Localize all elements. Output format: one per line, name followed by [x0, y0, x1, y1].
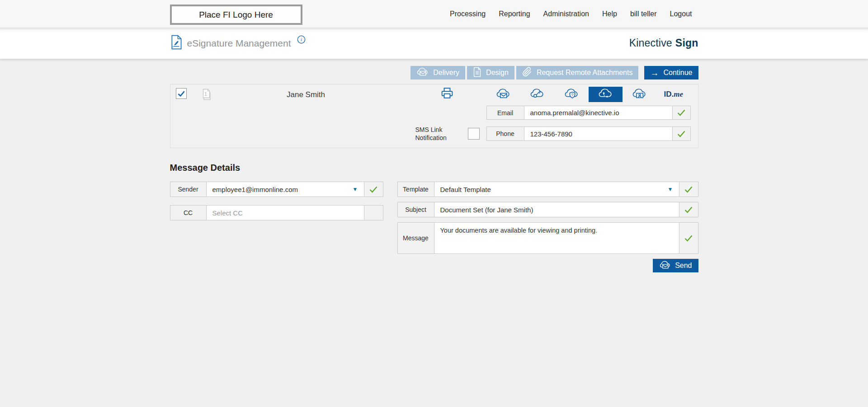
phone-field-row: Phone 123-456-7890	[486, 126, 691, 141]
email-valid-cell	[672, 106, 690, 119]
message-textarea[interactable]: Your documents are available for viewing…	[434, 223, 679, 253]
top-navigation: Processing Reporting Administration Help…	[450, 0, 692, 28]
phone-input[interactable]: 123-456-7890	[524, 127, 672, 140]
cc-status-cell	[364, 206, 383, 220]
main-content: Delivery Design Request	[170, 59, 698, 407]
design-button[interactable]: Design	[467, 66, 514, 80]
recipient-checkbox[interactable]	[176, 88, 187, 99]
template-valid-cell	[679, 182, 698, 196]
fi-logo-placeholder: Place FI Logo Here	[170, 5, 302, 25]
send-button-label: Send	[675, 262, 692, 270]
subject-input[interactable]: Document Set (for Jane Smith)	[434, 202, 679, 217]
email-field-row: Email anoma.premalal@kinective.io	[486, 106, 691, 120]
brand-logo: KinectiveSign	[629, 37, 698, 49]
printer-icon[interactable]	[441, 87, 453, 101]
valid-check-icon	[684, 206, 693, 213]
email-input[interactable]: anoma.premalal@kinective.io	[524, 106, 672, 119]
subject-label: Subject	[398, 202, 434, 217]
step-toolbar: Delivery Design Request	[410, 66, 698, 80]
continue-button[interactable]: → Continue	[644, 66, 698, 80]
message-label: Message	[398, 223, 434, 253]
message-details-heading: Message Details	[170, 163, 241, 173]
valid-check-icon	[684, 235, 693, 242]
cc-input[interactable]	[212, 209, 358, 217]
checkbox-check-icon	[177, 90, 185, 97]
top-bar: Place FI Logo Here Processing Reporting …	[0, 0, 868, 28]
nav-administration[interactable]: Administration	[543, 10, 589, 18]
valid-check-icon	[684, 186, 693, 193]
email-label: Email	[487, 106, 524, 119]
cloud-key-icon	[530, 88, 544, 102]
request-remote-attachments-button[interactable]: Request Remote Attachments	[516, 66, 639, 80]
send-button[interactable]: Send	[653, 259, 698, 272]
template-field-row: Template Default Template ▼	[397, 182, 698, 197]
paperclip-icon	[522, 67, 532, 79]
method-idme-tile[interactable]: ID.me	[656, 87, 690, 102]
arrow-right-icon: →	[650, 69, 659, 77]
sms-link-notification-label: SMS Link Notification	[415, 126, 457, 142]
esignature-page: Place FI Logo Here Processing Reporting …	[0, 0, 868, 407]
sender-dropdown[interactable]: employee1@immonline.com ▼	[207, 182, 364, 196]
document-design-icon	[473, 67, 481, 79]
sender-field-row: Sender employee1@immonline.com ▼	[170, 182, 383, 197]
method-id-verification-tile[interactable]	[623, 87, 656, 102]
nav-user-bill-teller[interactable]: bill teller	[630, 10, 657, 18]
page-title: eSignature Management	[187, 38, 291, 49]
request-remote-attachments-label: Request Remote Attachments	[537, 69, 633, 77]
cloud-email-icon	[496, 88, 510, 102]
delivery-button-label: Delivery	[433, 69, 459, 77]
valid-check-icon	[677, 131, 685, 137]
continue-button-label: Continue	[663, 69, 692, 77]
method-phone-tile[interactable]	[589, 87, 623, 102]
nav-help[interactable]: Help	[602, 10, 617, 18]
nav-reporting[interactable]: Reporting	[499, 10, 530, 18]
method-access-key-tile[interactable]	[520, 87, 554, 102]
chevron-down-icon: ▼	[348, 186, 358, 192]
info-icon[interactable]: i	[297, 35, 306, 46]
sender-value: employee1@immonline.com	[212, 186, 298, 193]
nav-logout[interactable]: Logout	[670, 10, 692, 18]
template-label: Template	[398, 182, 434, 196]
sms-link-notification-checkbox[interactable]	[468, 128, 480, 140]
delivery-button[interactable]: Delivery	[410, 66, 465, 80]
delivery-method-tiles: ?	[486, 87, 691, 102]
phone-label: Phone	[487, 127, 524, 140]
cloud-phone-icon	[598, 88, 613, 102]
cc-field	[207, 206, 364, 220]
cloud-envelope-icon	[416, 67, 429, 79]
cloud-id-card-icon	[632, 88, 646, 102]
idme-logo: ID.me	[664, 90, 684, 99]
valid-check-icon	[677, 109, 685, 116]
template-dropdown[interactable]: Default Template ▼	[434, 182, 679, 196]
method-security-question-tile[interactable]: ?	[554, 87, 588, 102]
method-email-tile[interactable]	[486, 87, 520, 102]
esignature-document-icon: x	[170, 35, 182, 51]
sms-link-notification: SMS Link Notification	[415, 126, 480, 141]
svg-text:x: x	[172, 45, 173, 48]
page-header: x eSignature Management i KinectiveSign	[0, 28, 868, 59]
nav-processing[interactable]: Processing	[450, 10, 486, 18]
svg-text:i: i	[300, 37, 302, 42]
brand-name: Kinective	[629, 37, 672, 49]
subject-valid-cell	[679, 202, 698, 217]
cc-field-row: CC	[170, 205, 383, 220]
svg-text:?: ?	[571, 93, 574, 97]
template-value: Default Template	[440, 186, 491, 193]
document-count-icon: 1	[200, 88, 211, 103]
subject-field-row: Subject Document Set (for Jane Smith)	[397, 202, 698, 217]
message-field-row: Message Your documents are available for…	[397, 222, 698, 254]
design-button-label: Design	[486, 69, 509, 77]
recipient-name: Jane Smith	[238, 90, 374, 99]
cloud-envelope-icon	[659, 260, 671, 271]
message-valid-cell	[679, 223, 698, 253]
cc-label: CC	[170, 206, 207, 220]
chevron-down-icon: ▼	[663, 186, 673, 192]
valid-check-icon	[369, 186, 377, 193]
brand-product: Sign	[675, 37, 698, 49]
phone-valid-cell	[672, 127, 690, 140]
recipient-panel: 1 Jane Smith	[170, 84, 698, 148]
svg-text:1: 1	[204, 92, 207, 97]
sender-valid-cell	[364, 182, 383, 196]
cloud-shield-question-icon: ?	[564, 88, 579, 102]
sender-label: Sender	[170, 182, 207, 196]
